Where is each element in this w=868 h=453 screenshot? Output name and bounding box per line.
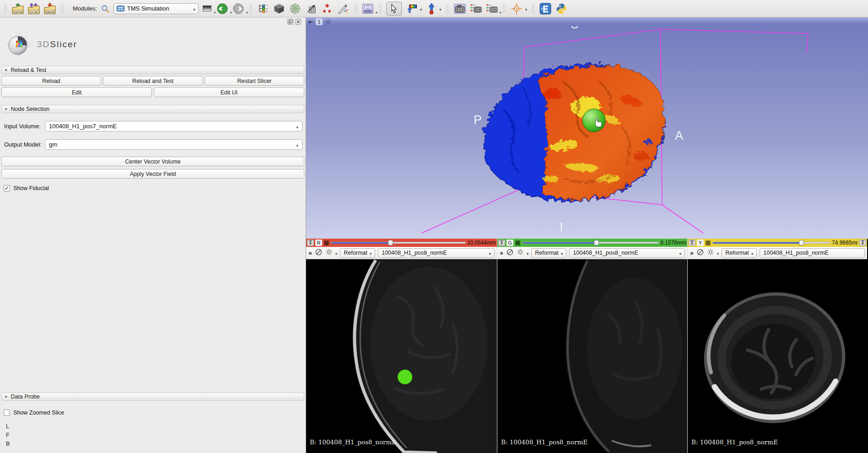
slice-viewport-yellow[interactable]: B: 100408_H1_pos8_normE xyxy=(688,259,867,453)
section-data-probe[interactable]: Data Probe xyxy=(1,393,304,401)
chevron-down-icon[interactable] xyxy=(527,249,529,257)
annotations-icon[interactable] xyxy=(337,2,350,15)
mouse-pointer-icon[interactable] xyxy=(386,2,402,16)
section-reload-and-test[interactable]: Reload & Test xyxy=(1,66,304,74)
history-forward-icon[interactable] xyxy=(232,2,245,15)
slice-offset-slider[interactable] xyxy=(331,240,466,246)
restore-scene-view-icon[interactable] xyxy=(485,2,498,15)
slice-visibility-icon[interactable] xyxy=(323,240,329,246)
reformat-value: Reformat xyxy=(725,250,749,256)
slice-viewport-red[interactable]: B: 100408_H1_pos8_normE xyxy=(306,259,497,453)
fiducial-sphere[interactable] xyxy=(582,109,605,132)
slice-offset-slider[interactable] xyxy=(712,240,830,246)
module-tree-icon[interactable] xyxy=(257,2,270,15)
pin-icon[interactable] xyxy=(307,240,314,246)
slice-corner-label: B: 100408_H1_pos8_normE xyxy=(501,438,588,446)
reformat-selector[interactable]: Reformat xyxy=(722,248,757,258)
more-controls-chevron-icon[interactable] xyxy=(500,249,503,257)
slice-visibility-eye-icon[interactable] xyxy=(517,248,524,257)
slider-handle[interactable] xyxy=(388,240,393,246)
chevron-down-icon xyxy=(679,249,681,257)
pin-icon[interactable] xyxy=(689,240,695,246)
crosshair-icon[interactable] xyxy=(510,2,523,15)
view-options-icon[interactable] xyxy=(325,19,331,25)
slice-visibility-eye-icon[interactable] xyxy=(707,248,714,257)
slice-view-green: G 8.1576mm Reformat 1004 xyxy=(497,239,687,453)
edit-ui-button[interactable]: Edit UI xyxy=(154,87,304,97)
chevron-down-icon xyxy=(370,249,372,257)
view-area: 1 xyxy=(306,17,868,453)
dicom-icon[interactable]: DCM xyxy=(27,2,40,15)
module-selector-value: TMS Simulation xyxy=(127,5,190,12)
reload-and-test-button[interactable]: Reload and Test xyxy=(103,76,203,86)
threed-view[interactable]: S P A I xyxy=(306,26,868,239)
chevron-down-icon[interactable] xyxy=(335,249,338,257)
more-controls-chevron-icon[interactable] xyxy=(690,249,694,257)
output-model-selector[interactable]: gm xyxy=(45,139,302,150)
restart-slicer-button[interactable]: Restart Slicer xyxy=(205,76,304,86)
input-volume-value: 100408_H1_pos7_normE xyxy=(49,123,296,130)
volume-selector[interactable]: 100408_H1_pos8_normE xyxy=(378,248,495,258)
link-slices-icon[interactable] xyxy=(506,248,514,258)
module-selector[interactable]: TMS Simulation xyxy=(113,3,199,14)
slice-visibility-icon[interactable] xyxy=(515,240,521,246)
center-vector-volume-button[interactable]: Center Vector Volume xyxy=(1,157,304,166)
pin-icon[interactable] xyxy=(859,240,866,246)
window-level-icon[interactable] xyxy=(202,2,213,15)
slice-offset-slider[interactable] xyxy=(522,240,659,246)
link-slices-icon[interactable] xyxy=(696,248,704,258)
slider-handle[interactable] xyxy=(594,240,599,246)
reformat-value: Reformat xyxy=(535,250,558,256)
volume-value: 100408_H1_pos8_normE xyxy=(382,250,447,256)
toolbar-separator xyxy=(354,4,357,14)
input-volume-selector[interactable]: 100408_H1_pos7_normE xyxy=(45,121,302,131)
chevron-down-icon[interactable] xyxy=(420,5,422,13)
volume-selector[interactable]: 100408_H1_pos8_normE xyxy=(569,248,685,258)
slice-toolbar-red: Reformat 100408_H1_pos8_normE xyxy=(306,247,497,259)
slice-visibility-eye-icon[interactable] xyxy=(325,248,333,257)
adjust-window-level-icon[interactable] xyxy=(405,2,419,15)
transforms-icon[interactable] xyxy=(305,2,318,15)
models-sphere-icon[interactable] xyxy=(289,2,302,15)
reload-button[interactable]: Reload xyxy=(1,76,101,86)
volume-cube-icon[interactable] xyxy=(273,2,286,15)
volume-value: 100408_H1_pos8_normE xyxy=(763,250,828,256)
history-back-icon[interactable] xyxy=(216,2,229,15)
slice-corner-label: B: 100408_H1_pos8_normE xyxy=(310,438,396,446)
reformat-selector[interactable]: Reformat xyxy=(531,248,566,258)
slice-visibility-icon[interactable] xyxy=(705,240,711,246)
apply-vector-field-button[interactable]: Apply Vector Field xyxy=(1,169,304,179)
markups-icon[interactable] xyxy=(321,2,334,15)
place-fiducial-icon[interactable] xyxy=(425,2,438,15)
pin-icon[interactable] xyxy=(308,19,313,25)
scene-view-icon[interactable] xyxy=(469,2,482,15)
link-slices-icon[interactable] xyxy=(315,248,323,258)
undock-panel-icon[interactable] xyxy=(287,19,293,25)
extensions-manager-icon[interactable] xyxy=(539,2,552,15)
more-controls-chevron-icon[interactable] xyxy=(308,249,312,257)
save-icon[interactable]: SAVE xyxy=(43,2,56,15)
close-panel-icon[interactable] xyxy=(295,19,301,25)
module-search-icon[interactable] xyxy=(100,2,110,15)
slice-toolbar-green: Reformat 100408_H1_pos8_normE xyxy=(497,247,687,259)
slider-handle[interactable] xyxy=(799,240,804,246)
chevron-down-icon[interactable] xyxy=(439,5,442,13)
volume-selector[interactable]: 100408_H1_pos8_normE xyxy=(760,248,865,258)
chevron-down-icon[interactable] xyxy=(717,249,719,257)
slice-viewport-green[interactable]: B: 100408_H1_pos8_normE xyxy=(497,259,687,453)
load-data-icon[interactable]: DATA xyxy=(11,2,24,15)
pin-icon[interactable] xyxy=(498,240,505,246)
chevron-down-icon[interactable] xyxy=(525,5,528,13)
reformat-selector[interactable]: Reformat xyxy=(340,248,375,258)
section-node-selection[interactable]: Node Selection xyxy=(1,105,304,113)
edit-button[interactable]: Edit xyxy=(1,87,152,97)
python-console-icon[interactable] xyxy=(555,2,568,15)
axis-row-f: F xyxy=(6,431,304,440)
show-zoomed-slice-checkbox[interactable] xyxy=(4,409,10,416)
collapse-triangle-icon xyxy=(5,107,7,111)
screenshot-icon[interactable] xyxy=(453,2,466,15)
show-fiducial-checkbox[interactable] xyxy=(4,185,10,191)
slice-letter-badge: G xyxy=(507,240,513,246)
dicom-label: DCM xyxy=(30,10,38,13)
layout-icon[interactable] xyxy=(361,2,374,15)
